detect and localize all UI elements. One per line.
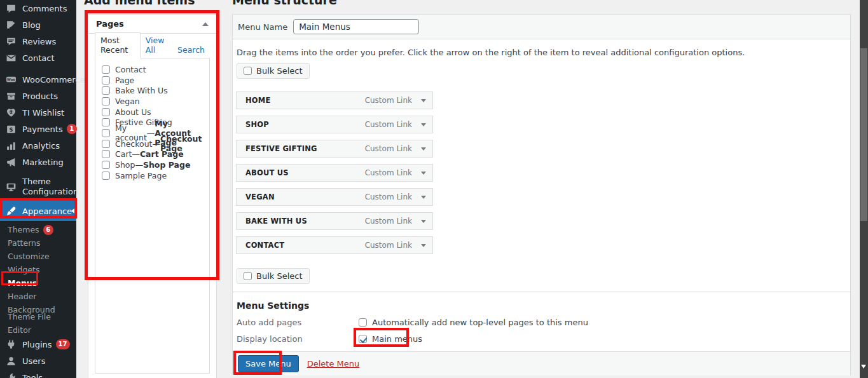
page-item-checkbox[interactable] (102, 118, 110, 126)
sidebar-item-tools[interactable]: Tools (0, 369, 76, 378)
expand-arrow-icon[interactable] (421, 147, 426, 151)
page-item-checkbox[interactable] (102, 172, 110, 180)
pages-accordion-header[interactable]: Pages (88, 15, 216, 34)
add-menu-items-heading: Add menu items (84, 0, 195, 7)
page-list-item: About Us (102, 107, 207, 118)
delete-menu-link[interactable]: Delete Menu (307, 359, 360, 368)
menu-item-type-label: Custom Link (365, 192, 412, 201)
pages-tab-search[interactable]: Search (172, 43, 210, 58)
page-item-checkbox[interactable] (102, 129, 110, 137)
svg-text:Woo: Woo (7, 78, 15, 81)
sidebar-item-appearance[interactable]: Appearance (0, 201, 76, 221)
main-menus-checkbox[interactable] (359, 335, 367, 343)
sidebar-subitem-header[interactable]: Header (0, 290, 76, 303)
count-badge: 1 (67, 124, 77, 134)
menu-item-title: HOME (245, 96, 365, 105)
page-item-checkbox[interactable] (102, 140, 110, 148)
sidebar-item-ti-wishlist[interactable]: 11TI Wishlist (0, 104, 76, 121)
sidebar-subitem-menus[interactable]: Menus (0, 276, 76, 290)
auto-add-pages-checkbox[interactable] (359, 318, 367, 327)
page-item-checkbox[interactable] (102, 150, 110, 158)
plugins-icon (6, 339, 17, 350)
menu-name-input[interactable] (293, 19, 419, 34)
bulk-select-button-top[interactable]: Bulk Select (237, 63, 310, 79)
menu-item-shop[interactable]: SHOPCustom Link (236, 116, 433, 133)
collapse-arrow-icon[interactable] (202, 22, 209, 26)
scrollbar-thumb[interactable] (860, 48, 867, 221)
sidebar-subitem-patterns[interactable]: Patterns (0, 236, 76, 250)
menu-item-vegan[interactable]: VEGANCustom Link (236, 188, 433, 206)
page-list-item: Page (102, 75, 207, 86)
sidebar-item-payments[interactable]: $Payments1 (0, 121, 76, 137)
page-scrollbar[interactable] (860, 0, 868, 378)
comments-icon (6, 3, 17, 14)
sidebar-item-analytics[interactable]: Analytics (0, 137, 76, 154)
settings-divider (233, 292, 850, 292)
bulk-select-button-bottom[interactable]: Bulk Select (237, 268, 310, 284)
save-menu-button[interactable]: Save Menu (238, 355, 299, 372)
pages-tab-most-recent[interactable]: Most Recent (95, 32, 141, 58)
expand-arrow-icon[interactable] (421, 244, 426, 247)
scrollbar-down-arrow-icon[interactable] (861, 365, 866, 368)
menu-item-title: FESTIVE GIFTING (245, 144, 365, 153)
page-item-label: Contact (115, 65, 146, 74)
sidebar-subitem-label: Patterns (8, 236, 40, 250)
pages-panel-body: Most RecentView AllSearch ContactPageBak… (88, 34, 216, 374)
expand-arrow-icon[interactable] (421, 99, 426, 102)
sidebar-subitem-customize[interactable]: Customize (0, 250, 76, 263)
pages-checkbox-list: ContactPageBake With UsVeganAbout UsFest… (95, 58, 210, 374)
expand-arrow-icon[interactable] (421, 196, 426, 199)
marketing-icon (6, 157, 17, 168)
sidebar-item-reviews[interactable]: Reviews (0, 33, 76, 50)
page-list-item: Vegan (102, 96, 207, 107)
menu-item-bake-with-us[interactable]: BAKE WITH USCustom Link (236, 212, 433, 230)
page-item-checkbox[interactable] (102, 86, 110, 95)
page-item-checkbox[interactable] (102, 76, 110, 84)
menu-item-title: CONTACT (245, 241, 365, 250)
bulk-select-checkbox[interactable] (244, 67, 252, 75)
menu-structure-panel: Menu Name Drag the items into the order … (232, 14, 851, 375)
sidebar-top-items: CommentsBlogReviewsContactWooWooCommerce… (0, 0, 76, 221)
page-item-checkbox[interactable] (102, 65, 110, 74)
sidebar-item-users[interactable]: Users (0, 353, 76, 369)
sidebar-item-label: Marketing (22, 158, 64, 167)
expand-arrow-icon[interactable] (421, 172, 426, 175)
bulk-select-label: Bulk Select (256, 271, 303, 281)
sidebar-subitem-theme-file-editor[interactable]: Theme File Editor (0, 316, 76, 330)
menu-item-title: ABOUT US (245, 168, 365, 177)
pages-tab-view-all[interactable]: View All (141, 33, 172, 58)
page-item-checkbox[interactable] (102, 108, 110, 116)
menu-item-title: SHOP (245, 120, 365, 129)
sidebar-item-plugins[interactable]: Plugins17 (0, 336, 76, 353)
sidebar-item-comments[interactable]: Comments (0, 0, 76, 17)
sidebar-item-blog[interactable]: Blog (0, 17, 76, 33)
auto-add-pages-option-label: Automatically add new top-level pages to… (372, 318, 588, 327)
page-item-label: Shop (115, 160, 135, 170)
menu-item-about-us[interactable]: ABOUT USCustom Link (236, 164, 433, 182)
submenu-collapse-arrow-icon (71, 208, 74, 213)
page-item-checkbox[interactable] (102, 161, 110, 169)
page-item-label: Bake With Us (115, 86, 168, 95)
page-item-suffix: Cart Page (140, 149, 184, 159)
sidebar-item-woocommerce[interactable]: WooWooCommerce (0, 71, 76, 88)
expand-arrow-icon[interactable] (421, 123, 426, 126)
sidebar-item-label: Theme Configuration (22, 177, 72, 198)
menu-item-contact[interactable]: CONTACTCustom Link (236, 236, 433, 254)
page-item-checkbox[interactable] (102, 97, 110, 105)
page-list-item: Bake With Us (102, 85, 207, 96)
sidebar-item-contact[interactable]: Contact (0, 50, 76, 66)
auto-add-pages-label: Auto add pages (237, 318, 359, 327)
sidebar-item-theme-configuration[interactable]: Theme Configuration (0, 175, 76, 198)
sidebar-item-marketing[interactable]: Marketing (0, 154, 76, 170)
menu-item-home[interactable]: HOMECustom Link (236, 91, 433, 109)
sidebar-item-label: Analytics (22, 141, 60, 151)
bulk-select-checkbox[interactable] (244, 272, 252, 280)
sidebar-item-products[interactable]: Products (0, 88, 76, 104)
sidebar-subitem-widgets[interactable]: Widgets (0, 263, 76, 276)
sidebar-subitem-themes[interactable]: Themes6 (0, 223, 76, 236)
page-item-label: About Us (115, 107, 151, 117)
tools-icon (6, 372, 17, 378)
menu-item-festive-gifting[interactable]: FESTIVE GIFTINGCustom Link (236, 140, 433, 158)
page-item-label: Cart (115, 149, 132, 159)
expand-arrow-icon[interactable] (421, 220, 426, 223)
